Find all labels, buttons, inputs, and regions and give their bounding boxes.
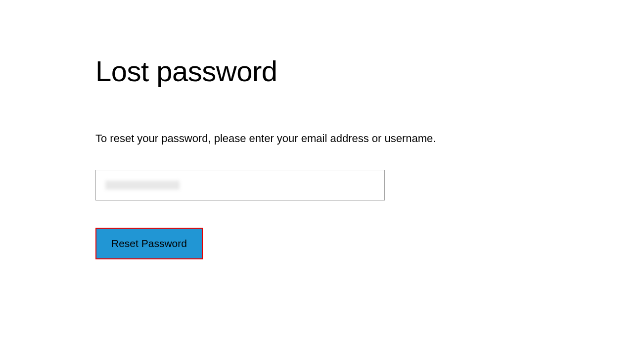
lost-password-container: Lost password To reset your password, pl… — [0, 0, 644, 259]
instruction-text: To reset your password, please enter you… — [95, 132, 644, 145]
page-title: Lost password — [95, 54, 644, 88]
email-username-input[interactable] — [95, 170, 385, 200]
input-wrapper — [95, 170, 644, 200]
reset-password-button[interactable]: Reset Password — [95, 228, 203, 259]
